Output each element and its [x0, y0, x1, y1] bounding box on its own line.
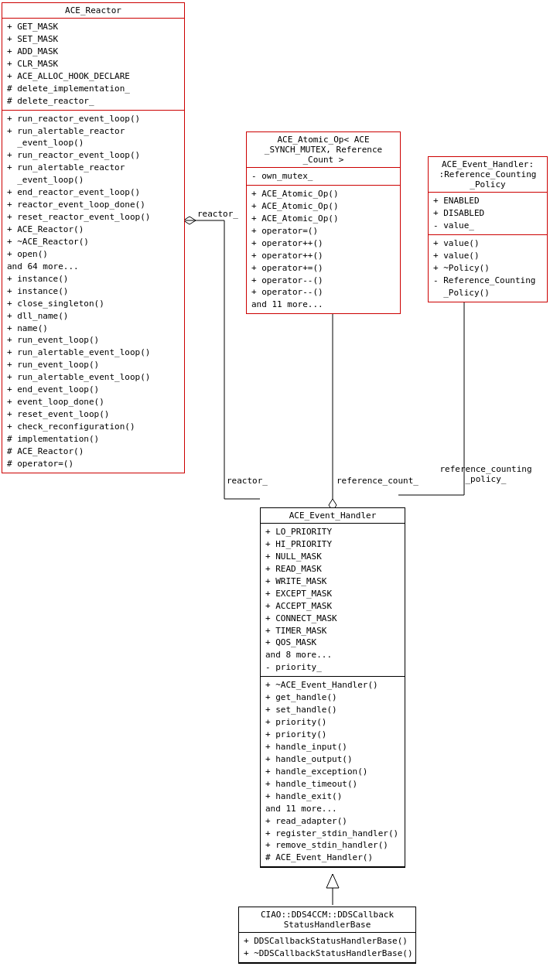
ace-event-handler-box: ACE_Event_Handler + LO_PRIORITY + HI_PRI…	[260, 507, 405, 868]
reactor-label-1: reactor_	[197, 209, 238, 219]
dds-cb-s1: + DDSCallbackStatusHandlerBase() + ~DDSC…	[244, 935, 411, 960]
ace-ehp-s2: + value() + value() + ~Policy() - Refere…	[433, 237, 542, 299]
dds-callback-box: CIAO::DDS4CCM::DDSCallbackStatusHandlerB…	[238, 907, 416, 964]
ace-atomic-op-box: ACE_Atomic_Op< ACE_SYNCH_MUTEX, Referenc…	[246, 131, 401, 314]
ace-event-handler-policy-section1: + ENABLED + DISABLED - value_	[429, 193, 547, 235]
dds-callback-title: CIAO::DDS4CCM::DDSCallbackStatusHandlerB…	[239, 907, 415, 933]
ace-event-handler-policy-title: ACE_Event_Handler::Reference_Counting_Po…	[429, 157, 547, 193]
reference-counting-policy-label: reference_counting_policy_	[432, 464, 540, 484]
ace-event-handler-section1: + LO_PRIORITY + HI_PRIORITY + NULL_MASK …	[261, 524, 405, 677]
ace-event-handler-policy-section2: + value() + value() + ~Policy() - Refere…	[429, 235, 547, 302]
diagram-container: ACE_Reactor + GET_MASK + SET_MASK + ADD_…	[0, 0, 550, 980]
ace-atomic-op-section1: - own_mutex_	[247, 168, 400, 186]
reactor-label-2: reactor_	[227, 476, 268, 486]
ace-reactor-section2: + run_reactor_event_loop() + run_alertab…	[2, 111, 184, 473]
ace-reactor-section1: + GET_MASK + SET_MASK + ADD_MASK + CLR_M…	[2, 19, 184, 111]
ace-reactor-s1-items: + GET_MASK + SET_MASK + ADD_MASK + CLR_M…	[7, 21, 179, 108]
svg-marker-9	[326, 874, 339, 888]
ace-ehp-s1: + ENABLED + DISABLED - value_	[433, 195, 542, 232]
ace-event-handler-section2: + ~ACE_Event_Handler() + get_handle() + …	[261, 677, 405, 867]
svg-marker-3	[183, 217, 196, 224]
dds-callback-section1: + DDSCallbackStatusHandlerBase() + ~DDSC…	[239, 933, 415, 963]
ace-atomic-op-title: ACE_Atomic_Op< ACE_SYNCH_MUTEX, Referenc…	[247, 132, 400, 168]
ace-eh-s2: + ~ACE_Event_Handler() + get_handle() + …	[265, 679, 400, 864]
ace-eh-s1: + LO_PRIORITY + HI_PRIORITY + NULL_MASK …	[265, 526, 400, 674]
ace-reactor-s2-items: + run_reactor_event_loop() + run_alertab…	[7, 113, 179, 470]
ace-event-handler-title: ACE_Event_Handler	[261, 508, 405, 524]
ace-atomic-op-s2: + ACE_Atomic_Op() + ACE_Atomic_Op() + AC…	[251, 188, 395, 311]
reference-count-label: reference_count_	[336, 476, 418, 486]
ace-event-handler-policy-box: ACE_Event_Handler::Reference_Counting_Po…	[428, 156, 548, 302]
ace-atomic-op-s1: - own_mutex_	[251, 170, 395, 183]
ace-reactor-box: ACE_Reactor + GET_MASK + SET_MASK + ADD_…	[2, 2, 185, 473]
ace-reactor-title: ACE_Reactor	[2, 3, 184, 19]
ace-atomic-op-section2: + ACE_Atomic_Op() + ACE_Atomic_Op() + AC…	[247, 186, 400, 313]
